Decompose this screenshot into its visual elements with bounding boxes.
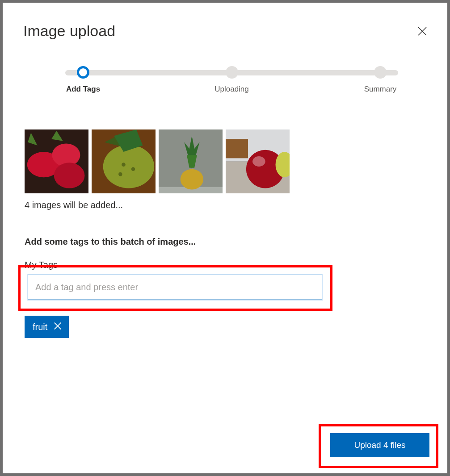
tag-chip-label: fruit <box>33 322 47 332</box>
step-label: Uploading <box>214 85 249 94</box>
svg-point-7 <box>103 145 154 188</box>
image-thumbnails <box>25 129 290 193</box>
step-add-tags: Add Tags <box>56 66 110 94</box>
thumbnail[interactable] <box>92 129 156 193</box>
thumbnail[interactable] <box>25 129 88 193</box>
upload-button[interactable]: Upload 4 files <box>330 433 429 457</box>
tag-input[interactable] <box>28 275 322 300</box>
close-icon <box>53 321 63 333</box>
remove-tag-button[interactable] <box>53 321 63 333</box>
close-icon <box>417 26 428 38</box>
thumbnail[interactable] <box>159 129 223 193</box>
image-count-text: 4 images will be added... <box>25 200 123 210</box>
progress-stepper: Add Tags Uploading Summary <box>56 70 407 76</box>
step-circle-icon <box>226 66 238 79</box>
svg-point-10 <box>118 172 122 176</box>
step-label: Summary <box>364 85 397 94</box>
svg-point-9 <box>131 167 135 171</box>
svg-rect-16 <box>226 139 248 158</box>
svg-point-5 <box>54 163 85 188</box>
my-tags-label: My Tags <box>25 260 58 270</box>
step-circle-icon <box>77 66 89 79</box>
svg-point-8 <box>122 163 126 167</box>
tag-input-container <box>28 275 322 300</box>
tags-instruction: Add some tags to this batch of images... <box>25 237 196 247</box>
svg-point-13 <box>181 169 203 190</box>
step-circle-icon <box>374 66 387 79</box>
step-summary: Summary <box>353 66 407 94</box>
step-label: Add Tags <box>66 85 100 94</box>
tag-chip: fruit <box>25 316 69 338</box>
upload-button-label: Upload 4 files <box>354 440 405 450</box>
dialog-header: Image upload <box>23 22 429 40</box>
step-uploading: Uploading <box>205 66 259 94</box>
image-upload-dialog: Image upload Add Tags Uploading S <box>3 3 447 473</box>
thumbnail[interactable] <box>226 129 290 193</box>
dialog-title: Image upload <box>23 22 115 40</box>
svg-point-18 <box>252 156 265 167</box>
close-button[interactable] <box>415 25 429 39</box>
